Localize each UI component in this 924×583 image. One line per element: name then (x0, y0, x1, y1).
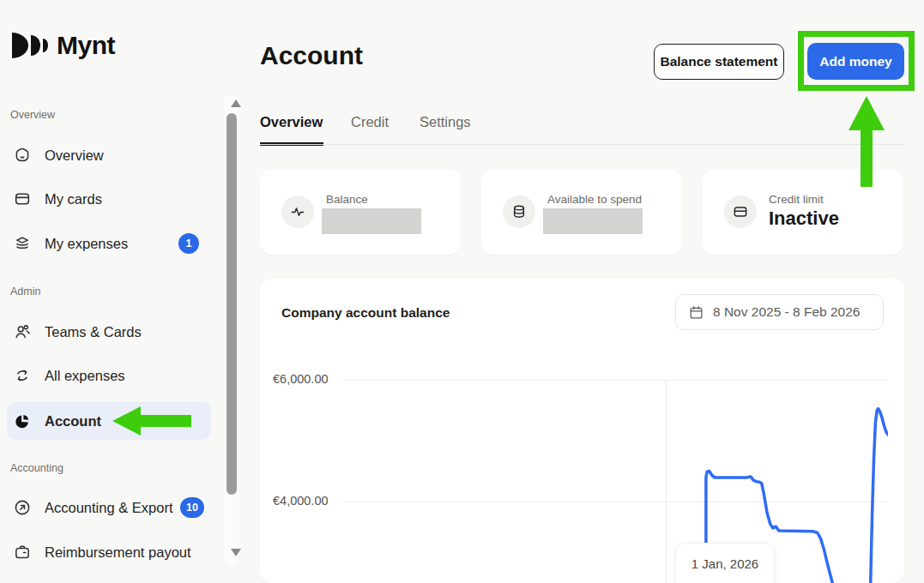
available-to-spend-card: Available to spend (481, 170, 682, 255)
credit-limit-label: Credit limit (769, 193, 824, 206)
my-expenses-badge: 1 (178, 233, 199, 254)
sidebar-item-label: Overview (45, 147, 104, 164)
scroll-up-arrow-icon[interactable] (231, 99, 241, 107)
redacted-available-value (543, 208, 643, 234)
mynt-logo-icon (12, 31, 50, 60)
page-title: Account (260, 41, 363, 70)
export-icon (13, 498, 32, 517)
sidebar-item-label: My expenses (45, 236, 128, 252)
layers-icon (13, 234, 32, 253)
card-icon (13, 189, 32, 208)
sidebar-item-label: Account (45, 413, 101, 430)
redacted-balance-value (322, 208, 421, 234)
tabs-divider (260, 144, 904, 145)
y-tick-4000: €4,000.00 (273, 494, 346, 508)
add-money-button[interactable]: Add money (807, 43, 904, 80)
sidebar-item-teams-cards[interactable]: Teams & Cards (7, 313, 211, 351)
balance-card: Balance (260, 170, 461, 255)
credit-card-icon (724, 195, 757, 228)
sidebar-item-my-expenses[interactable]: My expenses 1 (7, 225, 211, 262)
sidebar-item-label: Teams & Cards (45, 324, 142, 340)
y-tick-6000: €6,000.00 (273, 372, 346, 386)
sidebar-section-admin: Admin (10, 285, 40, 298)
app-logo[interactable]: Mynt (12, 31, 115, 60)
available-card-label: Available to spend (547, 193, 642, 206)
date-range-value: 8 Nov 2025 - 8 Feb 2026 (713, 304, 860, 320)
date-range-button[interactable]: 8 Nov 2025 - 8 Feb 2026 (675, 294, 884, 330)
sidebar-item-label: Accounting & Export (45, 500, 173, 516)
sidebar-item-accounting-export[interactable]: Accounting & Export 10 (7, 489, 211, 526)
annotation-arrow-up-icon (849, 96, 885, 130)
balance-line-chart[interactable] (343, 369, 888, 583)
chart-title: Company account balance (281, 305, 450, 321)
tab-overview[interactable]: Overview (260, 114, 323, 130)
sidebar-item-label: Reimbursement payout (45, 544, 191, 561)
accounting-export-badge: 10 (180, 497, 204, 518)
pie-icon (13, 412, 32, 430)
transfer-icon (13, 366, 32, 385)
coins-icon (503, 195, 535, 228)
sidebar-section-overview: Overview (10, 109, 55, 121)
sidebar-item-my-cards[interactable]: My cards (7, 180, 211, 218)
overview-icon (13, 146, 32, 165)
sidebar-section-accounting: Accounting (10, 462, 63, 474)
sidebar-item-account[interactable]: Account (7, 402, 211, 440)
balance-statement-button[interactable]: Balance statement (654, 44, 784, 80)
sidebar-item-label: My cards (45, 191, 102, 207)
credit-limit-value: Inactive (769, 207, 839, 230)
sidebar-item-label: All expenses (45, 368, 125, 384)
app-name: Mynt (57, 31, 115, 60)
people-icon (13, 322, 32, 341)
sidebar-item-reimbursement-payout[interactable]: Reimbursement payout (7, 533, 211, 571)
sidebar-scrollbar-thumb[interactable] (226, 113, 237, 495)
credit-limit-card: Credit limit Inactive (703, 170, 903, 255)
sidebar-item-overview[interactable]: Overview (7, 136, 211, 174)
company-account-balance-card: Company account balance 8 Nov 2025 - 8 F… (260, 279, 904, 583)
tab-credit[interactable]: Credit (351, 114, 389, 130)
scroll-down-arrow-icon[interactable] (231, 549, 241, 556)
chart-tooltip: 1 Jan, 2026 (675, 543, 775, 583)
tab-settings[interactable]: Settings (420, 114, 471, 130)
sidebar-item-all-expenses[interactable]: All expenses (7, 357, 211, 394)
calendar-icon (688, 304, 704, 321)
pulse-icon (281, 195, 314, 228)
payout-icon (13, 543, 32, 562)
balance-card-label: Balance (326, 193, 368, 206)
